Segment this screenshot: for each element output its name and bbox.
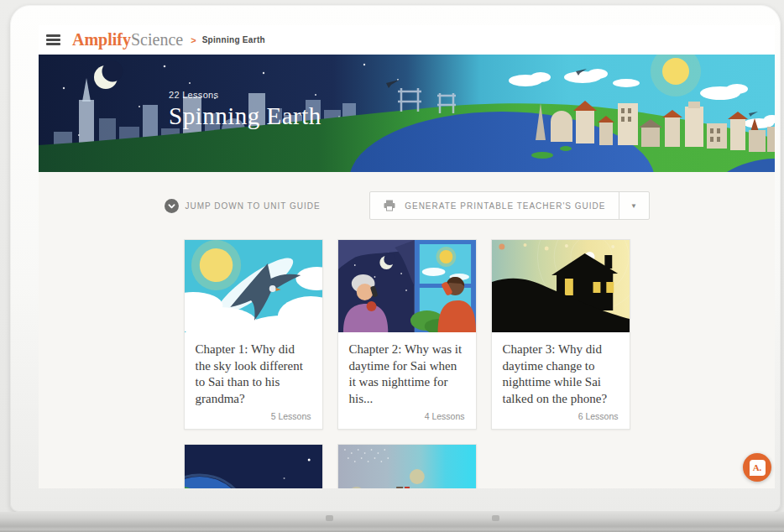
app-window: AmplifyScience > Spinning Earth <box>39 25 775 488</box>
generate-guide-split-button: GENERATE PRINTABLE TEACHER'S GUIDE ▼ <box>369 191 649 220</box>
amplify-chat-bubble-icon: A. <box>750 460 766 476</box>
menu-icon[interactable] <box>46 34 60 45</box>
generate-button-label: GENERATE PRINTABLE TEACHER'S GUIDE <box>405 201 605 211</box>
brand-logo[interactable]: AmplifyScience <box>72 30 183 50</box>
chapter-4-illustration <box>185 445 322 488</box>
chapter-1-illustration <box>185 240 322 332</box>
unit-toolbar: JUMP DOWN TO UNIT GUIDE GENERATE PRINTAB… <box>165 191 650 220</box>
chapter-5-card-preview[interactable] <box>337 444 477 488</box>
guide-options-dropdown-button[interactable]: ▼ <box>619 192 649 219</box>
brand-science: Science <box>131 30 183 49</box>
laptop-hinge-notch <box>492 515 499 521</box>
unit-lessons-count: 22 Lessons <box>169 90 321 100</box>
chapter-1-card[interactable]: Chapter 1: Why did the sky look differen… <box>184 239 323 430</box>
chapter-lessons-count: 5 Lessons <box>196 411 311 421</box>
chapter-5-illustration <box>338 445 476 488</box>
chevron-down-circle-icon <box>165 199 179 213</box>
printer-icon <box>383 200 396 211</box>
laptop-base <box>0 512 784 532</box>
chapter-title: Chapter 1: Why did the sky look differen… <box>196 342 311 407</box>
chapter-title: Chapter 3: Why did daytime change to nig… <box>503 342 619 407</box>
generate-teachers-guide-button[interactable]: GENERATE PRINTABLE TEACHER'S GUIDE <box>370 192 618 219</box>
jump-to-unit-guide-link[interactable]: JUMP DOWN TO UNIT GUIDE <box>165 199 321 213</box>
chapter-lessons-count: 4 Lessons <box>349 411 465 421</box>
jump-link-label: JUMP DOWN TO UNIT GUIDE <box>186 201 321 211</box>
chapter-lessons-count: 6 Lessons <box>503 411 619 421</box>
day-night-earth-illustration <box>39 55 775 172</box>
laptop-screen-frame: AmplifyScience > Spinning Earth <box>10 5 781 512</box>
help-widget-button[interactable]: A. <box>743 453 771 482</box>
chapter-2-illustration <box>338 240 476 332</box>
breadcrumb-current: Spinning Earth <box>202 35 265 44</box>
avatar-label: A. <box>753 462 762 472</box>
brand-amplify: Amplify <box>72 30 131 49</box>
breadcrumb-separator-icon: > <box>191 35 196 45</box>
unit-title: Spinning Earth <box>169 102 321 130</box>
chapter-4-card-preview[interactable] <box>184 444 323 488</box>
chapter-3-card[interactable]: Chapter 3: Why did daytime change to nig… <box>491 239 630 430</box>
laptop-hinge-notch <box>326 515 333 521</box>
chapter-3-illustration <box>492 240 630 332</box>
chapter-2-card[interactable]: Chapter 2: Why was it daytime for Sai wh… <box>337 239 477 430</box>
caret-down-icon: ▼ <box>630 202 637 210</box>
top-navigation-bar: AmplifyScience > Spinning Earth <box>39 25 775 55</box>
chapter-title: Chapter 2: Why was it daytime for Sai wh… <box>349 342 465 407</box>
unit-hero-banner: 22 Lessons Spinning Earth <box>39 55 775 172</box>
chapter-card-grid: Chapter 1: Why did the sky look differen… <box>184 239 630 488</box>
